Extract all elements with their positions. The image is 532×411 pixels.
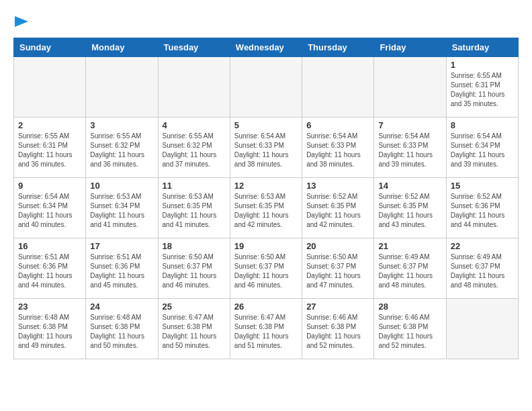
- day-number: 19: [234, 241, 298, 251]
- day-info: Sunrise: 6:53 AM Sunset: 6:35 PM Dayligh…: [163, 192, 226, 230]
- day-info: Sunrise: 6:55 AM Sunset: 6:32 PM Dayligh…: [163, 132, 226, 169]
- calendar-cell: 9Sunrise: 6:54 AM Sunset: 6:34 PM Daylig…: [14, 178, 86, 238]
- day-number: 26: [234, 302, 298, 312]
- day-of-week-header: Tuesday: [158, 38, 230, 57]
- day-info: Sunrise: 6:50 AM Sunset: 6:37 PM Dayligh…: [234, 253, 298, 290]
- day-info: Sunrise: 6:54 AM Sunset: 6:33 PM Dayligh…: [306, 132, 369, 169]
- calendar-cell: 13Sunrise: 6:52 AM Sunset: 6:35 PM Dayli…: [302, 178, 374, 238]
- day-of-week-header: Friday: [374, 38, 446, 57]
- day-number: 12: [234, 181, 298, 191]
- calendar-cell: [14, 57, 86, 118]
- calendar-cell: 28Sunrise: 6:46 AM Sunset: 6:38 PM Dayli…: [374, 299, 446, 359]
- day-info: Sunrise: 6:54 AM Sunset: 6:34 PM Dayligh…: [451, 132, 514, 169]
- day-number: 24: [90, 302, 153, 312]
- calendar-table: SundayMondayTuesdayWednesdayThursdayFrid…: [13, 38, 519, 359]
- day-of-week-header: Wednesday: [230, 38, 302, 57]
- calendar-cell: [158, 57, 230, 118]
- calendar-cell: 1Sunrise: 6:55 AM Sunset: 6:31 PM Daylig…: [446, 57, 518, 118]
- day-number: 4: [163, 120, 226, 130]
- day-info: Sunrise: 6:48 AM Sunset: 6:38 PM Dayligh…: [18, 313, 81, 351]
- calendar-week-row: 23Sunrise: 6:48 AM Sunset: 6:38 PM Dayli…: [14, 299, 519, 359]
- day-number: 15: [451, 181, 514, 191]
- day-info: Sunrise: 6:54 AM Sunset: 6:34 PM Dayligh…: [18, 192, 81, 230]
- day-info: Sunrise: 6:49 AM Sunset: 6:37 PM Dayligh…: [378, 253, 441, 290]
- calendar-cell: 19Sunrise: 6:50 AM Sunset: 6:37 PM Dayli…: [230, 238, 302, 299]
- logo-arrow-icon: [15, 15, 30, 28]
- calendar-week-row: 16Sunrise: 6:51 AM Sunset: 6:36 PM Dayli…: [14, 238, 519, 299]
- day-number: 11: [163, 181, 226, 191]
- calendar-cell: 18Sunrise: 6:50 AM Sunset: 6:37 PM Dayli…: [158, 238, 230, 299]
- day-info: Sunrise: 6:47 AM Sunset: 6:38 PM Dayligh…: [163, 313, 226, 351]
- day-number: 14: [378, 181, 441, 191]
- day-number: 22: [451, 241, 514, 251]
- day-number: 5: [234, 120, 298, 130]
- day-of-week-header: Saturday: [446, 38, 518, 57]
- day-info: Sunrise: 6:49 AM Sunset: 6:37 PM Dayligh…: [451, 253, 514, 290]
- calendar-cell: [446, 299, 518, 359]
- calendar-header-row: SundayMondayTuesdayWednesdayThursdayFrid…: [14, 38, 519, 57]
- day-number: 16: [18, 241, 81, 251]
- day-number: 10: [90, 181, 153, 191]
- calendar-cell: 22Sunrise: 6:49 AM Sunset: 6:37 PM Dayli…: [446, 238, 518, 299]
- day-of-week-header: Sunday: [14, 38, 86, 57]
- day-of-week-header: Thursday: [302, 38, 374, 57]
- calendar-cell: 12Sunrise: 6:53 AM Sunset: 6:35 PM Dayli…: [230, 178, 302, 238]
- svg-marker-0: [15, 16, 28, 27]
- day-number: 7: [378, 120, 441, 130]
- day-number: 2: [18, 120, 81, 130]
- day-info: Sunrise: 6:50 AM Sunset: 6:37 PM Dayligh…: [306, 253, 369, 290]
- day-number: 27: [306, 302, 369, 312]
- day-info: Sunrise: 6:54 AM Sunset: 6:33 PM Dayligh…: [378, 132, 441, 169]
- day-info: Sunrise: 6:53 AM Sunset: 6:35 PM Dayligh…: [234, 192, 298, 230]
- day-number: 21: [378, 241, 441, 251]
- logo: [13, 13, 30, 31]
- calendar-cell: 24Sunrise: 6:48 AM Sunset: 6:38 PM Dayli…: [86, 299, 158, 359]
- calendar-cell: 10Sunrise: 6:53 AM Sunset: 6:34 PM Dayli…: [86, 178, 158, 238]
- day-number: 25: [163, 302, 226, 312]
- calendar-cell: 11Sunrise: 6:53 AM Sunset: 6:35 PM Dayli…: [158, 178, 230, 238]
- calendar-cell: 17Sunrise: 6:51 AM Sunset: 6:36 PM Dayli…: [86, 238, 158, 299]
- day-number: 28: [378, 302, 441, 312]
- day-info: Sunrise: 6:54 AM Sunset: 6:33 PM Dayligh…: [234, 132, 298, 169]
- calendar-cell: 25Sunrise: 6:47 AM Sunset: 6:38 PM Dayli…: [158, 299, 230, 359]
- day-number: 3: [90, 120, 153, 130]
- calendar-cell: 15Sunrise: 6:52 AM Sunset: 6:36 PM Dayli…: [446, 178, 518, 238]
- day-number: 6: [306, 120, 369, 130]
- day-info: Sunrise: 6:46 AM Sunset: 6:38 PM Dayligh…: [378, 313, 441, 351]
- calendar-cell: 8Sunrise: 6:54 AM Sunset: 6:34 PM Daylig…: [446, 118, 518, 178]
- day-info: Sunrise: 6:50 AM Sunset: 6:37 PM Dayligh…: [163, 253, 226, 290]
- calendar-cell: 5Sunrise: 6:54 AM Sunset: 6:33 PM Daylig…: [230, 118, 302, 178]
- calendar-cell: [374, 57, 446, 118]
- calendar-week-row: 9Sunrise: 6:54 AM Sunset: 6:34 PM Daylig…: [14, 178, 519, 238]
- calendar-cell: 2Sunrise: 6:55 AM Sunset: 6:31 PM Daylig…: [14, 118, 86, 178]
- day-info: Sunrise: 6:51 AM Sunset: 6:36 PM Dayligh…: [18, 253, 81, 290]
- calendar-cell: 6Sunrise: 6:54 AM Sunset: 6:33 PM Daylig…: [302, 118, 374, 178]
- calendar-cell: 20Sunrise: 6:50 AM Sunset: 6:37 PM Dayli…: [302, 238, 374, 299]
- day-info: Sunrise: 6:53 AM Sunset: 6:34 PM Dayligh…: [90, 192, 153, 230]
- day-info: Sunrise: 6:55 AM Sunset: 6:31 PM Dayligh…: [18, 132, 81, 169]
- calendar-week-row: 2Sunrise: 6:55 AM Sunset: 6:31 PM Daylig…: [14, 118, 519, 178]
- calendar-cell: 4Sunrise: 6:55 AM Sunset: 6:32 PM Daylig…: [158, 118, 230, 178]
- calendar-cell: [86, 57, 158, 118]
- day-number: 9: [18, 181, 81, 191]
- calendar-cell: [230, 57, 302, 118]
- calendar-cell: 23Sunrise: 6:48 AM Sunset: 6:38 PM Dayli…: [14, 299, 86, 359]
- day-number: 17: [90, 241, 153, 251]
- day-info: Sunrise: 6:55 AM Sunset: 6:32 PM Dayligh…: [90, 132, 153, 169]
- day-info: Sunrise: 6:55 AM Sunset: 6:31 PM Dayligh…: [451, 71, 514, 109]
- day-number: 8: [451, 120, 514, 130]
- calendar-cell: [302, 57, 374, 118]
- page-header: [13, 13, 519, 31]
- calendar-week-row: 1Sunrise: 6:55 AM Sunset: 6:31 PM Daylig…: [14, 57, 519, 118]
- calendar-cell: 7Sunrise: 6:54 AM Sunset: 6:33 PM Daylig…: [374, 118, 446, 178]
- calendar-cell: 14Sunrise: 6:52 AM Sunset: 6:35 PM Dayli…: [374, 178, 446, 238]
- day-info: Sunrise: 6:52 AM Sunset: 6:36 PM Dayligh…: [451, 192, 514, 230]
- day-info: Sunrise: 6:46 AM Sunset: 6:38 PM Dayligh…: [306, 313, 369, 351]
- day-number: 20: [306, 241, 369, 251]
- day-number: 23: [18, 302, 81, 312]
- day-info: Sunrise: 6:52 AM Sunset: 6:35 PM Dayligh…: [378, 192, 441, 230]
- day-number: 18: [163, 241, 226, 251]
- day-info: Sunrise: 6:52 AM Sunset: 6:35 PM Dayligh…: [306, 192, 369, 230]
- calendar-cell: 3Sunrise: 6:55 AM Sunset: 6:32 PM Daylig…: [86, 118, 158, 178]
- day-info: Sunrise: 6:47 AM Sunset: 6:38 PM Dayligh…: [234, 313, 298, 351]
